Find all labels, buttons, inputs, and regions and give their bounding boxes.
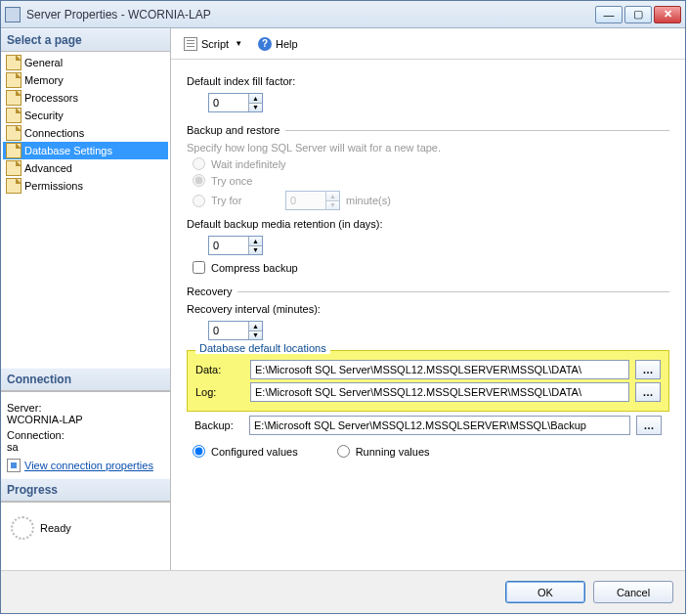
fill-factor-label: Default index fill factor: — [187, 75, 669, 87]
sidebar: Select a page General Memory Processors … — [1, 28, 171, 570]
compress-backup-option[interactable]: Compress backup — [193, 261, 669, 274]
titlebar: Server Properties - WCORNIA-LAP — ▢ ✕ — [1, 1, 685, 28]
fill-factor-stepper[interactable]: ▲▼ — [208, 93, 263, 112]
window-title: Server Properties - WCORNIA-LAP — [26, 8, 593, 22]
recovery-interval-label: Recovery interval (minutes): — [187, 303, 669, 315]
try-once-radio — [193, 174, 205, 187]
doc-icon — [6, 72, 22, 88]
connection-properties-icon — [7, 459, 21, 472]
log-path-browse-button[interactable]: … — [635, 382, 661, 402]
doc-icon — [6, 178, 22, 194]
compress-backup-label: Compress backup — [211, 262, 298, 274]
dialog-footer: OK Cancel — [1, 570, 685, 613]
sidebar-item-database-settings[interactable]: Database Settings — [3, 142, 168, 159]
dialog-body: Select a page General Memory Processors … — [1, 28, 685, 570]
sidebar-item-processors[interactable]: Processors — [3, 89, 168, 107]
recovery-interval-input[interactable] — [209, 322, 248, 339]
configured-values-radio[interactable] — [193, 445, 205, 458]
data-path-browse-button[interactable]: … — [635, 360, 661, 379]
spinner-down-icon[interactable]: ▼ — [249, 330, 262, 340]
cancel-button[interactable]: Cancel — [593, 581, 673, 603]
compress-backup-checkbox[interactable] — [193, 261, 205, 274]
try-for-radio — [193, 195, 205, 207]
connection-value: sa — [7, 441, 164, 453]
backup-path-label: Backup: — [194, 419, 243, 431]
sidebar-item-permissions[interactable]: Permissions — [3, 177, 168, 195]
tape-hint: Specify how long SQL Server will wait fo… — [187, 142, 669, 154]
try-for-option: Try for ▲▼ minute(s) — [193, 191, 669, 210]
sidebar-item-label: Memory — [24, 74, 64, 86]
spinner-down-icon[interactable]: ▼ — [249, 245, 262, 255]
doc-icon — [6, 90, 22, 106]
wait-indefinitely-option: Wait indefinitely — [193, 157, 669, 170]
help-icon: ? — [258, 37, 272, 51]
default-locations-legend: Database default locations — [195, 342, 330, 354]
spinner-up-icon[interactable]: ▲ — [249, 322, 262, 330]
sidebar-item-general[interactable]: General — [3, 54, 168, 71]
sidebar-item-label: Advanced — [24, 162, 72, 174]
recovery-section: Recovery — [187, 286, 669, 297]
server-label: Server: — [7, 402, 164, 414]
server-properties-window: Server Properties - WCORNIA-LAP — ▢ ✕ Se… — [0, 0, 686, 614]
log-path-input[interactable] — [250, 382, 629, 402]
recovery-interval-stepper[interactable]: ▲▼ — [208, 321, 263, 340]
connection-panel: Server: WCORNIA-LAP Connection: sa View … — [1, 391, 170, 478]
sidebar-item-label: Processors — [24, 92, 78, 104]
settings-pane: Default index fill factor: ▲▼ Backup and… — [171, 60, 685, 570]
try-for-stepper: ▲▼ — [285, 191, 340, 210]
retention-label: Default backup media retention (in days)… — [187, 218, 669, 230]
spinner-up-icon: ▲ — [326, 192, 339, 200]
backup-path-browse-button[interactable]: … — [636, 416, 662, 435]
configured-values-label: Configured values — [211, 446, 298, 458]
sidebar-item-memory[interactable]: Memory — [3, 71, 168, 89]
doc-icon — [6, 55, 22, 70]
sidebar-item-connections[interactable]: Connections — [3, 124, 168, 142]
help-label: Help — [276, 38, 298, 50]
spinner-up-icon[interactable]: ▲ — [249, 237, 262, 245]
data-path-label: Data: — [195, 364, 244, 375]
view-connection-properties-link[interactable]: View connection properties — [24, 460, 153, 471]
wait-indefinitely-radio — [193, 157, 205, 170]
data-path-input[interactable] — [250, 360, 629, 379]
ok-button[interactable]: OK — [505, 581, 585, 603]
sidebar-item-label: Connections — [24, 127, 84, 139]
sidebar-item-label: Permissions — [24, 180, 83, 192]
running-values-radio[interactable] — [337, 445, 350, 458]
try-for-unit: minute(s) — [346, 195, 391, 206]
sidebar-item-advanced[interactable]: Advanced — [3, 159, 168, 177]
retention-input[interactable] — [209, 237, 248, 254]
sidebar-item-label: Database Settings — [24, 145, 112, 156]
try-once-option: Try once — [193, 174, 669, 187]
spinner-down-icon: ▼ — [326, 200, 339, 210]
close-button[interactable]: ✕ — [654, 6, 681, 23]
try-once-label: Try once — [211, 175, 252, 187]
toolbar: Script ▼ ? Help — [171, 28, 685, 60]
server-value: WCORNIA-LAP — [7, 414, 164, 425]
progress-spinner-icon — [11, 516, 34, 540]
backup-path-input[interactable] — [249, 416, 630, 435]
doc-icon — [6, 108, 22, 123]
fill-factor-input[interactable] — [209, 94, 248, 111]
help-button[interactable]: ? Help — [251, 33, 305, 55]
try-for-input — [286, 192, 325, 209]
spinner-down-icon[interactable]: ▼ — [249, 103, 262, 112]
script-label: Script — [201, 38, 229, 50]
maximize-button[interactable]: ▢ — [624, 6, 652, 23]
minimize-button[interactable]: — — [595, 6, 623, 23]
retention-stepper[interactable]: ▲▼ — [208, 236, 263, 255]
try-for-label: Try for — [211, 195, 280, 206]
spinner-up-icon[interactable]: ▲ — [249, 94, 262, 103]
content-area: Script ▼ ? Help Default index fill facto… — [171, 28, 685, 570]
default-locations-group: Database default locations Data: … Log: … — [187, 350, 669, 412]
doc-icon — [6, 160, 22, 176]
server-icon — [5, 7, 21, 22]
page-navigation: General Memory Processors Security Conne… — [1, 52, 170, 368]
select-page-header: Select a page — [1, 28, 170, 52]
sidebar-item-label: Security — [24, 110, 64, 121]
script-button[interactable]: Script ▼ — [177, 33, 249, 55]
progress-header: Progress — [1, 478, 170, 502]
chevron-down-icon: ▼ — [235, 39, 242, 48]
backup-restore-section: Backup and restore — [187, 124, 669, 136]
progress-panel: Ready — [1, 502, 170, 570]
sidebar-item-security[interactable]: Security — [3, 107, 168, 124]
